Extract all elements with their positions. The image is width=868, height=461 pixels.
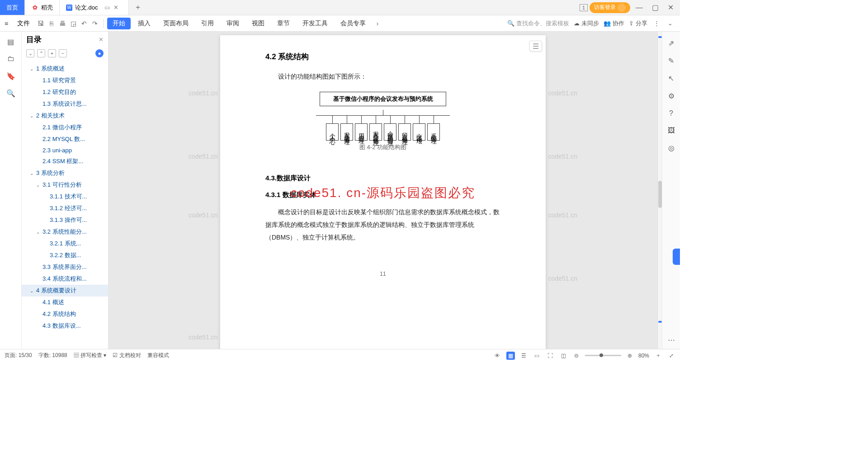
- split-icon[interactable]: ◫: [559, 352, 568, 360]
- toc-item[interactable]: 3.2.2 数据...: [22, 249, 108, 261]
- ribbon-overflow-icon[interactable]: ⋮: [652, 20, 661, 27]
- bookmark-rail-icon[interactable]: 🔖: [6, 71, 15, 80]
- fullscreen-icon[interactable]: ⛶: [546, 352, 555, 360]
- ribbon-tab-reference[interactable]: 引用: [196, 18, 219, 29]
- toc-item[interactable]: ⌄3 系统分析: [22, 167, 108, 179]
- ribbon-tab-devtools[interactable]: 开发工具: [297, 18, 333, 29]
- zoom-add-icon[interactable]: ＋: [654, 351, 663, 360]
- document-area[interactable]: ☰ 4.2 系统结构 设计的功能结构图如下图所示： 基于微信小程序的会议发布与预…: [108, 32, 657, 349]
- close-button[interactable]: ✕: [664, 1, 677, 14]
- hamburger-icon[interactable]: ≡: [2, 18, 11, 29]
- toc-item[interactable]: 2.3 uni-app: [22, 145, 108, 155]
- maximize-button[interactable]: ▢: [648, 1, 662, 14]
- zoom-slider[interactable]: [585, 355, 621, 356]
- pageview-icon[interactable]: ▦: [506, 352, 515, 360]
- tab-home[interactable]: 首页: [0, 0, 25, 15]
- right-rail: ⇗ ✎ ↖ ⚙ ? 🖼 ◎ ⋯: [662, 32, 680, 349]
- page-indicator[interactable]: 页面: 15/30: [5, 352, 32, 359]
- compat-mode[interactable]: 兼容模式: [147, 352, 169, 359]
- toc-item[interactable]: 3.1.1 技术可...: [22, 191, 108, 202]
- scroll-thumb[interactable]: [658, 181, 662, 208]
- toc-item[interactable]: 2.1 微信小程序: [22, 122, 108, 133]
- search-rail-icon[interactable]: 🔍: [6, 89, 15, 98]
- toc-item[interactable]: ⌄4 系统概要设计: [22, 285, 108, 296]
- image-tool-icon[interactable]: 🖼: [668, 127, 675, 135]
- file-menu[interactable]: 文件: [13, 18, 34, 29]
- ribbon-tab-chapter[interactable]: 章节: [272, 18, 295, 29]
- ribbon-collapse-icon[interactable]: ⌄: [665, 20, 675, 27]
- redo-icon[interactable]: ↷: [90, 20, 99, 27]
- fit-icon[interactable]: ⤢: [667, 352, 675, 360]
- toc-item[interactable]: ⌄1 系统概述: [22, 63, 108, 75]
- toc-item[interactable]: 1.1 研究背景: [22, 75, 108, 86]
- toc-item[interactable]: 3.1.3 操作可...: [22, 214, 108, 226]
- toc-item[interactable]: 3.2.1 系统...: [22, 238, 108, 249]
- tab-document[interactable]: W 论文.doc ▭ ✕: [60, 0, 129, 15]
- outline-expand-all-icon[interactable]: ⌃: [37, 49, 45, 57]
- outline-remove-icon[interactable]: −: [59, 49, 67, 57]
- ribbon-tab-view[interactable]: 视图: [246, 18, 270, 29]
- add-tab-button[interactable]: ＋: [129, 0, 147, 15]
- help-icon[interactable]: ?: [669, 109, 673, 118]
- edit-icon[interactable]: ✎: [668, 56, 674, 65]
- spellcheck-toggle[interactable]: ▤ 拼写检查 ▾: [74, 352, 107, 359]
- ribbon-tab-start[interactable]: 开始: [107, 18, 131, 29]
- word-count[interactable]: 字数: 10988: [38, 352, 67, 359]
- export-icon[interactable]: ⎘: [47, 20, 56, 27]
- proofread-button[interactable]: ☑ 文档校对: [113, 352, 141, 359]
- login-button[interactable]: 访客登录: [590, 2, 630, 13]
- toc-item[interactable]: 3.4 系统流程和...: [22, 273, 108, 285]
- toc-item[interactable]: 1.2 研究目的: [22, 86, 108, 98]
- print-icon[interactable]: 🖶: [58, 20, 67, 27]
- outlineview-icon[interactable]: ☰: [519, 352, 528, 360]
- tab-view-icon[interactable]: ▭: [104, 4, 110, 11]
- tab-daoke[interactable]: ✿稻壳: [25, 0, 60, 15]
- outline-add-icon[interactable]: +: [48, 49, 56, 57]
- sync-button[interactable]: ☁ 未同步: [574, 19, 599, 28]
- page: ☰ 4.2 系统结构 设计的功能结构图如下图所示： 基于微信小程序的会议发布与预…: [220, 35, 546, 349]
- undo-icon[interactable]: ↶: [80, 20, 89, 27]
- toc-item[interactable]: 2.2 MYSQL 数...: [22, 133, 108, 145]
- share-button[interactable]: ⇪ 分享: [629, 19, 647, 28]
- webview-icon[interactable]: ▭: [533, 352, 541, 360]
- outline-ai-icon[interactable]: ●: [95, 49, 104, 57]
- save-icon[interactable]: 🖫: [36, 20, 45, 27]
- toc-item[interactable]: 4.2 系统结构: [22, 308, 108, 320]
- ribbon-tab-vip[interactable]: 会员专享: [335, 18, 371, 29]
- ribbon-more-icon[interactable]: ›: [373, 20, 382, 27]
- collab-button[interactable]: 👥 协作: [604, 19, 624, 28]
- toc-item[interactable]: 4.1 概述: [22, 296, 108, 308]
- readmode-icon[interactable]: 👁: [493, 352, 502, 360]
- target-icon[interactable]: ◎: [668, 144, 675, 152]
- ribbon-tab-layout[interactable]: 页面布局: [158, 18, 194, 29]
- outline-rail-icon[interactable]: ▤: [6, 37, 15, 46]
- toc-item[interactable]: ⌄2 相关技术: [22, 110, 108, 122]
- command-search[interactable]: 🔍 查找命令、搜索模板: [507, 19, 569, 28]
- toc-item[interactable]: ⌄3.2 系统性能分...: [22, 226, 108, 238]
- panel-toggle-icon[interactable]: ☰: [529, 41, 542, 52]
- outline-collapse-all-icon[interactable]: ⌄: [26, 49, 34, 57]
- outline-close-icon[interactable]: ✕: [99, 36, 104, 43]
- toc-item[interactable]: 2.4 SSM 框架...: [22, 155, 108, 167]
- toc-item[interactable]: 1.3 系统设计思...: [22, 98, 108, 110]
- zoom-out-icon[interactable]: ⊖: [572, 352, 580, 360]
- more-tools-icon[interactable]: ⋯: [668, 336, 675, 344]
- toc-item[interactable]: 4.3 数据库设...: [22, 320, 108, 332]
- side-flyout-tab[interactable]: [673, 249, 680, 265]
- toc-item[interactable]: ⌄3.1 可行性分析: [22, 179, 108, 191]
- scrollbar[interactable]: [657, 32, 662, 349]
- preview-icon[interactable]: ◲: [69, 20, 78, 27]
- tab-close-icon[interactable]: ✕: [113, 4, 118, 11]
- settings-icon[interactable]: ⚙: [668, 92, 675, 100]
- ribbon-tab-insert[interactable]: 插入: [132, 18, 156, 29]
- ribbon-tab-review[interactable]: 审阅: [221, 18, 245, 29]
- minimize-button[interactable]: —: [632, 2, 646, 14]
- zoom-value[interactable]: 80%: [638, 353, 649, 359]
- tab-counter-icon[interactable]: 1: [580, 4, 588, 11]
- cursor-icon[interactable]: ↖: [668, 74, 674, 83]
- folder-rail-icon[interactable]: 🗀: [6, 54, 15, 63]
- toc-item[interactable]: 3.3 系统界面分...: [22, 261, 108, 273]
- zoom-in-icon[interactable]: ⊕: [626, 352, 634, 360]
- toc-item[interactable]: 3.1.2 经济可...: [22, 202, 108, 214]
- rocket-icon[interactable]: ⇗: [668, 39, 674, 47]
